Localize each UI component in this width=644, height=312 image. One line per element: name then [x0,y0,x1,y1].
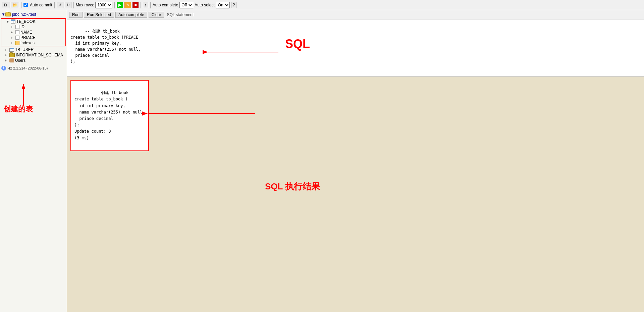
redo-button[interactable]: ↻ [65,2,71,8]
info-icon: i [1,66,6,71]
new-button[interactable]: 🗋 [2,2,9,8]
max-rows-label: Max rows: [76,3,94,7]
col-id-label: ID [20,25,24,29]
tb-user-icon [9,48,14,52]
sidebar: ▼ jdbc:h2:~/test ▼ TB_BOOK + ID + NAME [0,10,67,312]
auto-complete-button[interactable]: Auto complete [115,12,147,18]
col-name-icon [15,30,19,34]
sql-content: -- 创建 tb_book create table tb_book (PRIA… [70,29,141,64]
indexes-row[interactable]: + Indexes [1,40,65,46]
expand-indexes[interactable]: + [11,41,15,45]
annotation-result-label: SQL 执行结果 [265,181,320,192]
max-rows-select[interactable]: 1000 [95,2,112,8]
info-schema-label: INFORMATION_SCHEMA [16,53,63,57]
expand-tb-user[interactable]: + [5,48,9,52]
tb-user-row[interactable]: + TB_USER [0,47,67,52]
expand-id[interactable]: + [11,25,15,29]
separator-1 [21,2,21,8]
main-toolbar: 🗋 📂 Auto commit ↺ ↻ Max rows: 1000 ▶ ↻ ■… [0,0,644,10]
expand-tb-book[interactable]: ▼ [6,20,11,24]
auto-complete-label: Auto complete [153,3,178,7]
expand-connection[interactable]: ▼ [1,12,5,17]
auto-complete-select[interactable]: Off On [179,2,193,8]
expand-priace[interactable]: + [11,36,15,40]
run-button[interactable]: Run [69,12,83,18]
expand-name[interactable]: + [11,31,15,34]
separator-6 [150,2,151,8]
tb-book-row[interactable]: ▼ TB_BOOK [1,19,65,24]
separator-5 [141,2,141,8]
refresh-btn[interactable]: ↻ [124,2,131,8]
tb-book-label: TB_BOOK [16,19,36,24]
connection-label: jdbc:h2:~/test [12,12,36,17]
col-priace-icon [15,36,19,40]
annotation-table-label: 创建的表 [3,104,33,114]
main-layout: ▼ jdbc:h2:~/test ▼ TB_BOOK + ID + NAME [0,10,644,312]
auto-select-select[interactable]: Off On [216,2,230,8]
separator-4 [114,2,115,8]
tb-book-group: ▼ TB_BOOK + ID + NAME + PRIACE + [1,18,66,46]
connection-item[interactable]: ▼ jdbc:h2:~/test [0,11,67,17]
auto-commit-checkbox[interactable] [23,3,28,7]
undo-button[interactable]: ↺ [57,2,63,8]
connection-folder-icon [5,12,11,16]
auto-commit-label: Auto commit [30,3,52,7]
col-id-row[interactable]: + ID [1,24,65,30]
run-btn-toolbar[interactable]: ▶ [117,2,123,8]
indexes-label: Indexes [20,41,35,45]
tb-book-icon [11,19,15,24]
arrow-table-annotation [0,77,47,111]
indexes-icon [15,41,19,45]
clear-button[interactable]: Clear [149,12,164,18]
col-id-icon [15,25,19,29]
result-content: -- 创建 tb_book create table tb_book ( id … [74,90,145,140]
result-box: -- 创建 tb_book create table tb_book ( id … [70,80,149,151]
info-schema-icon [9,53,15,57]
expand-info-schema[interactable]: + [5,53,9,57]
version-info: i H2 2.1.214 (2022-06-13) [0,65,67,71]
results-area: -- 创建 tb_book create table tb_book ( id … [67,77,644,312]
users-icon [9,58,14,62]
separator-3 [73,2,74,8]
col-name-row[interactable]: + NAME [1,30,65,35]
users-row[interactable]: + Users [0,58,67,63]
col-priace-label: PRIACE [20,35,36,40]
sql-toolbar: Run Run Selected Auto complete Clear SQL… [67,10,644,19]
tb-user-label: TB_USER [15,47,34,52]
help-btn[interactable]: ? [231,2,237,8]
stop-btn[interactable]: ■ [132,2,138,8]
expand-users[interactable]: + [5,59,9,62]
open-button[interactable]: 📂 [11,2,19,8]
run-selected-button[interactable]: Run Selected [84,12,114,18]
content-area: Run Run Selected Auto complete Clear SQL… [67,10,644,312]
export-btn[interactable]: ↑ [143,2,148,8]
info-schema-row[interactable]: + INFORMATION_SCHEMA [0,52,67,58]
users-label: Users [15,58,25,63]
separator-2 [54,2,55,8]
col-priace-row[interactable]: + PRIACE [1,35,65,40]
arrow-result-annotation [138,103,272,130]
auto-select-label: Auto select [195,3,214,7]
sql-statement-label: SQL statement: [167,12,195,17]
sql-editor[interactable]: -- 创建 tb_book create table tb_book (PRIA… [67,19,644,77]
version-label: H2 2.1.214 (2022-06-13) [7,66,48,70]
col-name-label: NAME [20,30,32,35]
